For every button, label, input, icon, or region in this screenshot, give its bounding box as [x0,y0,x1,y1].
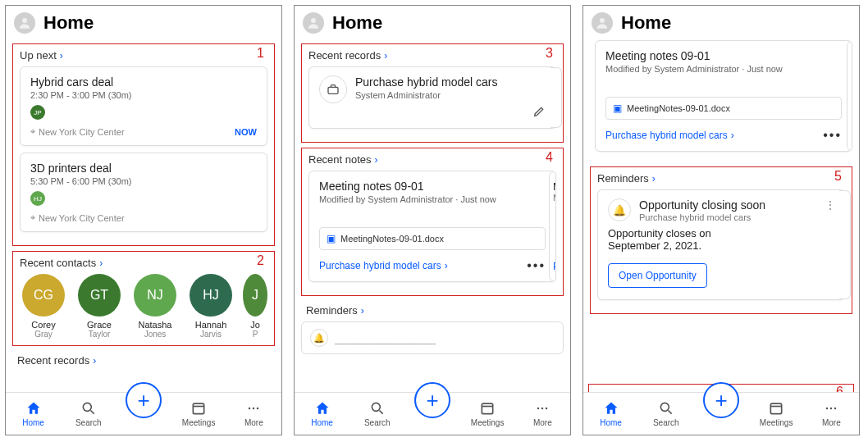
upnext-header[interactable]: Up next › [20,49,267,62]
contact-item[interactable]: NJNatashaJones [131,274,179,339]
more-icon [823,400,839,417]
fab-add-button[interactable]: + [414,382,450,418]
search-icon [80,400,97,417]
chevron-right-icon: › [99,257,103,269]
chevron-right-icon: › [445,260,448,271]
svg-line-19 [668,411,671,414]
calendar-icon [479,400,496,417]
contact-item[interactable]: HJHannahJarvis [187,274,235,339]
screen-2: Home 3 Recent records › Purchase hybrid … [294,5,571,435]
nav-home[interactable]: Home [588,400,634,427]
svg-point-15 [541,408,544,410]
nav-meetings[interactable]: Meetings [176,400,222,427]
contact-item[interactable]: CGCoreyGray [20,274,67,339]
event-time: 5:30 PM - 6:00 PM (30m) [30,176,257,186]
attendee-avatar: HJ [30,191,45,206]
note-card[interactable]: Meeting notes 09-01 Modified by System A… [308,171,556,282]
person-icon [17,16,32,30]
recent-contacts-section: 2 Recent contacts › CGCoreyGray GTGraceT… [12,251,275,346]
note-link[interactable]: Purchase hybrid model cars › [319,260,448,271]
chevron-right-icon: › [652,173,656,185]
svg-point-6 [253,408,255,410]
contact-item[interactable]: JJoP [243,274,267,339]
briefcase-icon [319,75,347,103]
note-sub: Modified by System Administrator · Just … [319,194,546,204]
annotation-4: 4 [546,150,553,165]
file-attachment[interactable]: ▣ MeetingNotes-09-01.docx [605,97,842,120]
event-card[interactable]: Hybrid cars deal 2:30 PM - 3:00 PM (30m)… [20,66,267,146]
reminder-body: Opportunity closes on September 2, 2021. [608,227,834,252]
nav-search[interactable]: Search [66,400,112,427]
svg-point-8 [311,18,316,23]
svg-point-7 [257,408,259,410]
event-location: New York City Center [39,127,125,137]
nav-home[interactable]: Home [11,400,57,427]
avatar[interactable] [14,12,35,34]
reminder-card-cut[interactable]: 🔔 _________________ [301,321,564,354]
home-icon [25,400,42,417]
more-vertical-icon[interactable]: ⋮ [825,198,836,212]
chevron-right-icon: › [384,50,387,62]
reminders-header[interactable]: Reminders › [295,301,570,318]
records-header[interactable]: Recent records › [308,49,556,62]
recent-records-section: 3 Recent records › Purchase hybrid model… [301,43,564,143]
event-location: New York City Center [39,213,125,223]
file-name: MeetingNotes-09-01.docx [340,234,444,244]
chevron-right-icon: › [731,130,734,141]
attendee-avatar: JP [30,105,45,120]
card-peek [839,190,851,299]
record-card[interactable]: Purchase hybrid model cars System Admini… [308,66,556,129]
home-icon [603,400,619,417]
svg-rect-12 [482,403,492,414]
avatar[interactable] [303,12,324,34]
note-link[interactable]: Purchase hybrid model cars › [605,130,734,141]
person-icon [306,16,321,30]
edit-icon[interactable] [532,105,546,121]
avatar[interactable] [592,12,613,34]
home-icon [314,400,331,417]
nav-search[interactable]: Search [643,400,689,427]
recent-records-header[interactable]: Recent records › [6,351,281,368]
bell-icon: 🔔 [608,198,631,221]
record-sub: System Administrator [355,90,546,100]
open-opportunity-button[interactable]: Open Opportunity [608,263,707,288]
nav-search[interactable]: Search [354,400,400,427]
now-badge: NOW [235,127,257,137]
event-card[interactable]: 3D printers deal 5:30 PM - 6:00 PM (30m)… [20,153,267,232]
nav-home[interactable]: Home [299,400,345,427]
nav-meetings[interactable]: Meetings [464,400,510,427]
nav-more[interactable]: More [808,400,854,427]
contact-item[interactable]: GTGraceTaylor [75,274,123,339]
svg-rect-3 [193,403,203,414]
more-dots-icon[interactable]: ••• [527,258,546,273]
search-icon [658,400,674,417]
fab-add-button[interactable]: + [126,382,162,418]
fab-add-button[interactable]: + [703,382,739,418]
nav-more[interactable]: More [519,400,565,427]
reminder-title: Opportunity closing soon [639,198,765,212]
notes-header[interactable]: Recent notes › [308,153,556,166]
chevron-right-icon: › [60,50,63,62]
page-title: Home [43,12,94,34]
note-card[interactable]: Meeting notes 09-01 Modified by System A… [595,40,852,152]
reminder-card[interactable]: ⋮ 🔔 Opportunity closing soon Purchase hy… [597,189,845,300]
nav-more[interactable]: More [231,400,276,427]
more-dots-icon[interactable]: ••• [823,128,842,143]
event-time: 2:30 PM - 3:00 PM (30m) [30,90,257,100]
event-title: Hybrid cars deal [30,75,257,89]
note-sub: Modified by System Administrator · Just … [605,64,842,74]
word-doc-icon: ▣ [613,103,622,114]
svg-point-14 [537,408,540,410]
header: Home [6,6,281,40]
svg-line-11 [379,411,382,414]
file-attachment[interactable]: ▣ MeetingNotes-09-01.docx [319,227,546,250]
page-title: Home [332,12,382,34]
contacts-header[interactable]: Recent contacts › [20,257,267,269]
annotation-2: 2 [257,253,264,268]
reminders-section: 5 Reminders › ⋮ 🔔 Opportunity closing so… [590,166,852,314]
svg-point-18 [660,403,669,411]
nav-meetings[interactable]: Meetings [753,400,799,427]
svg-point-0 [22,18,27,23]
chevron-right-icon: › [93,355,96,367]
reminders-header[interactable]: Reminders › [597,172,845,185]
